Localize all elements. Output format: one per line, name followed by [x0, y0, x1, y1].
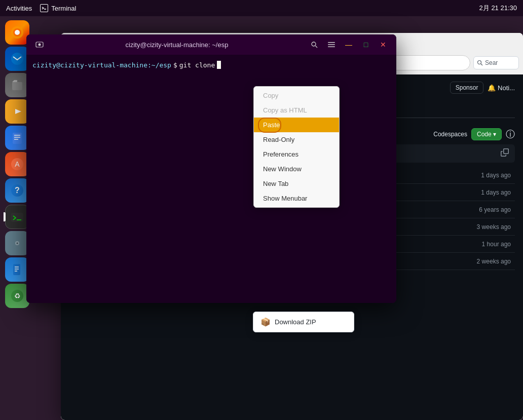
- svg-point-31: [39, 44, 41, 46]
- commit-time: 1 days ago: [446, 184, 515, 201]
- zip-icon: 📦: [260, 317, 271, 327]
- terminal-prompt-line: cizity@cizity-virtual-machine:~/esp $ gi…: [32, 61, 390, 69]
- dock-thunderbird[interactable]: [5, 47, 29, 71]
- terminal-command: git clone: [179, 61, 215, 69]
- svg-rect-8: [13, 133, 22, 144]
- svg-text:?: ?: [15, 186, 20, 195]
- context-menu-readonly[interactable]: Read-Only: [254, 132, 339, 147]
- svg-rect-35: [328, 44, 335, 45]
- commit-time: 1 hour ago: [446, 236, 515, 253]
- terminal-screenshot-button[interactable]: [32, 37, 47, 52]
- dock-document[interactable]: [5, 257, 29, 282]
- context-menu-preferences[interactable]: Preferences: [254, 147, 339, 162]
- terminal-menu-button[interactable]: [324, 37, 339, 52]
- download-zip-popup: 📦 Download ZIP: [253, 312, 354, 332]
- dock-writer[interactable]: [5, 126, 29, 150]
- terminal-user-host: cizity@cizity-virtual-machine:~/esp: [32, 61, 171, 69]
- terminal-window: cizity@cizity-virtual-machine: ~/esp — □…: [26, 34, 396, 303]
- mini-search-icon: [477, 60, 483, 66]
- terminal-taskbar-icon: [40, 4, 48, 12]
- dock-terminal[interactable]: [5, 205, 29, 229]
- svg-rect-34: [328, 42, 335, 43]
- svg-text:♻: ♻: [14, 292, 21, 300]
- download-zip-label[interactable]: Download ZIP: [275, 318, 316, 326]
- search-label: Sear: [485, 59, 498, 66]
- dock-appstore[interactable]: A: [5, 152, 29, 176]
- context-menu-copy-html[interactable]: Copy as HTML: [254, 103, 339, 118]
- context-menu-show-menubar[interactable]: Show Menubar: [254, 191, 339, 206]
- context-menu: Copy Copy as HTML Paste Read-Only Prefer…: [253, 86, 340, 208]
- svg-rect-5: [12, 82, 22, 90]
- terminal-close-button[interactable]: ✕: [376, 37, 390, 52]
- github-search-mini[interactable]: Sear: [473, 56, 519, 69]
- svg-rect-36: [328, 47, 335, 48]
- commit-time: 1 days ago: [446, 167, 515, 184]
- svg-rect-21: [13, 264, 20, 275]
- commit-time: 2 weeks ago: [446, 253, 515, 270]
- terminal-prompt-symbol: $: [173, 61, 177, 69]
- context-menu-new-window[interactable]: New Window: [254, 162, 339, 176]
- svg-point-20: [17, 243, 18, 244]
- context-menu-new-tab[interactable]: New Tab: [254, 176, 339, 191]
- commit-time: 3 weeks ago: [446, 218, 515, 236]
- dock-help[interactable]: ?: [5, 178, 29, 203]
- svg-point-28: [478, 61, 481, 64]
- dock-files[interactable]: [5, 73, 29, 97]
- help-circle[interactable]: ⓘ: [506, 128, 515, 140]
- terminal-search-button[interactable]: [307, 37, 321, 52]
- terminal-minimize-button[interactable]: —: [342, 37, 356, 52]
- copy-url-button[interactable]: [501, 148, 509, 159]
- dock-firefox[interactable]: [5, 20, 29, 45]
- terminal-taskbar-label: Terminal: [51, 5, 76, 12]
- notifications-button[interactable]: 🔔 Noti...: [488, 84, 515, 92]
- code-button[interactable]: Code ▾: [471, 128, 502, 140]
- svg-rect-16: [11, 213, 23, 222]
- terminal-left-controls: [32, 37, 47, 52]
- terminal-titlebar: cizity@cizity-virtual-machine: ~/esp — □…: [26, 34, 396, 55]
- terminal-body[interactable]: cizity@cizity-virtual-machine:~/esp $ gi…: [26, 55, 396, 303]
- dock-active-indicator: [4, 212, 6, 221]
- svg-point-32: [312, 42, 316, 46]
- context-menu-paste[interactable]: Paste: [254, 118, 339, 132]
- codespaces-link[interactable]: Codespaces: [433, 131, 467, 138]
- svg-point-3: [15, 30, 20, 35]
- terminal-cursor: [217, 61, 221, 69]
- svg-point-4: [11, 53, 23, 65]
- sponsor-button[interactable]: Sponsor: [450, 82, 484, 94]
- terminal-taskbar-item[interactable]: Terminal: [40, 4, 76, 12]
- dock-recycle[interactable]: ♻: [5, 284, 29, 308]
- svg-line-33: [316, 46, 318, 48]
- terminal-maximize-button[interactable]: □: [359, 37, 373, 52]
- svg-text:A: A: [15, 160, 20, 168]
- terminal-right-controls: — □ ✕: [307, 37, 390, 52]
- commit-time: 6 years ago: [446, 201, 515, 218]
- context-menu-copy[interactable]: Copy: [254, 88, 339, 103]
- activities-button[interactable]: Activities: [6, 5, 32, 12]
- dock-rhythmbox[interactable]: [5, 99, 29, 124]
- terminal-title: cizity@cizity-virtual-machine: ~/esp: [47, 41, 307, 49]
- datetime-display: 2月 21 21:30: [479, 4, 517, 13]
- dock-optical[interactable]: [5, 231, 29, 255]
- svg-line-29: [481, 64, 482, 65]
- gnome-topbar: Activities Terminal 2月 21 21:30: [0, 0, 523, 16]
